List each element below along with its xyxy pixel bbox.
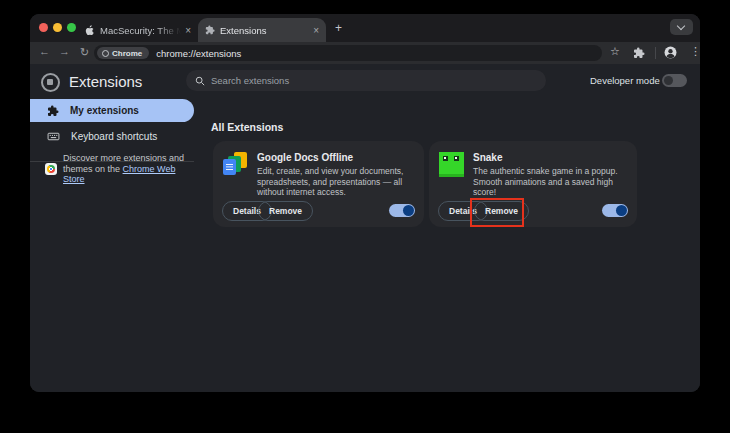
address-bar[interactable]: Chrome chrome://extensions (94, 45, 602, 61)
profile-avatar-icon[interactable] (664, 46, 677, 59)
tab-search-chevron-button[interactable] (670, 19, 693, 35)
extensions-page: Extensions Developer mode My extensions … (30, 64, 700, 392)
bookmark-star-icon[interactable]: ☆ (610, 45, 620, 58)
close-window-button[interactable] (39, 23, 48, 32)
search-bar[interactable] (186, 70, 546, 91)
google-docs-offline-icon (223, 152, 248, 177)
reload-button[interactable]: ↻ (80, 46, 89, 59)
snake-icon (439, 152, 464, 177)
remove-button-highlight-annotation (470, 198, 524, 227)
chrome-url-badge: Chrome (97, 47, 149, 59)
developer-mode-label: Developer mode (590, 75, 660, 86)
chrome-web-store-icon (45, 163, 57, 175)
extension-description: Edit, create, and view your documents, s… (257, 166, 417, 198)
tab-extensions[interactable]: Extensions × (198, 18, 326, 42)
maximize-window-button[interactable] (67, 23, 76, 32)
sidebar-item-label: Keyboard shortcuts (71, 131, 157, 142)
url-text: chrome://extensions (156, 48, 241, 59)
tab-title: MacSecurity: The Mac, Machi (100, 25, 181, 36)
new-tab-button[interactable]: + (335, 21, 342, 35)
forward-button[interactable]: → (59, 45, 70, 57)
sidebar-item-my-extensions[interactable]: My extensions (30, 99, 194, 122)
apple-icon (85, 25, 95, 35)
menu-dots-icon[interactable]: ⋮ (690, 45, 700, 58)
extension-name: Snake (473, 152, 502, 163)
extensions-puzzle-icon[interactable] (633, 47, 645, 59)
extension-description: The authentic snake game in a popup. Smo… (473, 166, 633, 198)
desktop-background: MacSecurity: The Mac, Machi × Extensions… (0, 0, 730, 433)
traffic-lights (39, 23, 76, 32)
section-title: All Extensions (211, 121, 283, 133)
back-button[interactable]: ← (39, 45, 50, 57)
close-tab-icon[interactable]: × (185, 25, 191, 36)
search-icon (195, 76, 205, 86)
toolbar-divider (655, 47, 656, 59)
puzzle-icon (205, 25, 215, 35)
page-title: Extensions (69, 73, 142, 90)
chrome-logo-icon (102, 50, 109, 57)
tab-title: Extensions (220, 25, 309, 36)
extension-card-google-docs-offline: Google Docs Offline Edit, create, and vi… (213, 141, 424, 227)
browser-toolbar: ← → ↻ Chrome chrome://extensions ☆ ⋮ (30, 42, 700, 64)
web-store-promo: Discover more extensions and themes on t… (63, 153, 193, 185)
developer-mode-toggle[interactable] (662, 74, 687, 87)
close-tab-icon[interactable]: × (313, 25, 319, 36)
minimize-window-button[interactable] (53, 23, 62, 32)
puzzle-icon (47, 105, 59, 117)
keyboard-icon (47, 130, 60, 143)
chevron-down-icon (677, 22, 685, 30)
extensions-logo-icon (41, 73, 60, 92)
remove-button[interactable]: Remove (258, 201, 313, 221)
tab-strip: MacSecurity: The Mac, Machi × Extensions… (30, 14, 700, 42)
browser-window: MacSecurity: The Mac, Machi × Extensions… (30, 14, 700, 392)
tab-macsecurity[interactable]: MacSecurity: The Mac, Machi × (78, 18, 198, 42)
extension-card-snake: Snake The authentic snake game in a popu… (429, 141, 637, 227)
extension-enabled-toggle[interactable] (389, 204, 415, 217)
extension-enabled-toggle[interactable] (602, 204, 628, 217)
search-input[interactable] (211, 75, 511, 86)
sidebar-item-label: My extensions (70, 105, 139, 116)
sidebar-item-keyboard-shortcuts[interactable]: Keyboard shortcuts (30, 126, 194, 146)
extension-name: Google Docs Offline (257, 152, 353, 163)
